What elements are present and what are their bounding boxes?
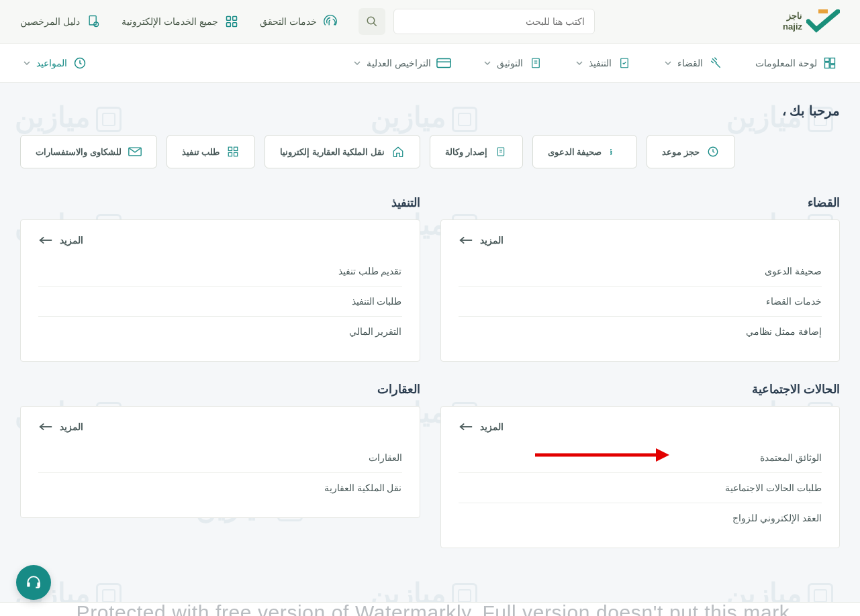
arrow-left-icon	[459, 236, 473, 245]
clock-icon	[706, 145, 720, 158]
chevron-down-icon	[23, 59, 31, 67]
nav-execution[interactable]: التنفيذ	[573, 49, 634, 77]
fingerprint-icon	[322, 13, 338, 30]
list-item[interactable]: الوثائق المعتمدة	[459, 443, 822, 473]
sections-grid: القضاء المزيد صحيفة الدعوى خدمات القضاء …	[20, 195, 840, 548]
more-label: المزيد	[60, 421, 83, 432]
list-item[interactable]: العقد الإلكتروني للزواج	[459, 503, 822, 533]
list-item[interactable]: طلبات التنفيذ	[38, 287, 402, 317]
arrow-left-icon	[38, 422, 53, 431]
chat-fab[interactable]	[16, 565, 51, 600]
logo-text: ناجز najiz	[783, 11, 802, 32]
card-icon	[436, 56, 451, 70]
section-realestate: العقارات المزيد العقارات نقل الملكية الع…	[20, 382, 420, 548]
svg-rect-22	[497, 148, 504, 156]
list-item[interactable]: طلبات الحالات الاجتماعية	[459, 473, 822, 503]
section-card: المزيد صحيفة الدعوى خدمات القضاء إضافة م…	[440, 219, 841, 362]
main-nav: لوحة المعلومات القضاء التنفيذ التوثيق ال…	[0, 44, 860, 83]
search-button[interactable]	[359, 8, 385, 35]
more-link[interactable]: المزيد	[38, 421, 402, 432]
quick-label: حجز موعد	[662, 147, 700, 157]
quick-book-appointment[interactable]: حجز موعد	[647, 135, 735, 168]
top-link-verify[interactable]: خدمات التحقق	[260, 13, 338, 30]
footer: ناجز najiz www.moj.gov.sa 1950 عن ناجز ا…	[0, 602, 860, 616]
section-judiciary: القضاء المزيد صحيفة الدعوى خدمات القضاء …	[440, 195, 841, 362]
list-item[interactable]: إضافة ممثل نظامي	[459, 317, 822, 346]
chevron-down-icon	[483, 59, 491, 67]
top-header: ناجز najiz خدمات التحقق جميع الخدمات الإ…	[0, 0, 860, 44]
brand-logo[interactable]: ناجز najiz	[783, 9, 840, 34]
quick-label: إصدار وكالة	[445, 147, 487, 157]
nav-label: المواعيد	[36, 58, 67, 68]
list-item[interactable]: نقل الملكية العقارية	[38, 473, 402, 503]
grid-icon	[226, 145, 240, 158]
list-item[interactable]: صحيفة الدعوى	[459, 256, 822, 287]
quick-label: نقل الملكية العقارية إلكترونيا	[280, 147, 385, 157]
svg-line-2	[373, 23, 377, 26]
svg-rect-12	[830, 64, 835, 68]
gavel-icon	[708, 56, 723, 70]
svg-rect-38	[37, 582, 40, 587]
top-link-all-services[interactable]: جميع الخدمات الإلكترونية	[122, 13, 240, 30]
quick-label: للشكاوى والاستفسارات	[36, 147, 122, 157]
arrow-left-icon	[459, 422, 473, 431]
more-link[interactable]: المزيد	[459, 421, 822, 432]
section-card: المزيد العقارات نقل الملكية العقارية	[20, 406, 420, 518]
list-item[interactable]: التقرير المالي	[38, 317, 402, 346]
dashboard-icon	[822, 56, 837, 70]
svg-rect-4	[232, 17, 236, 21]
document-icon	[494, 145, 508, 158]
home-icon	[391, 145, 405, 158]
svg-rect-27	[229, 153, 232, 156]
more-label: المزيد	[60, 235, 83, 246]
section-title: القضاء	[440, 195, 841, 210]
svg-rect-17	[437, 58, 450, 67]
list-item[interactable]: خدمات القضاء	[459, 287, 822, 317]
main-content: مرحبا بك ، حجز موعد § صحيفة الدعوى إصدار…	[0, 83, 860, 568]
document-user-icon	[85, 13, 101, 30]
svg-rect-7	[89, 16, 96, 25]
more-label: المزيد	[480, 235, 504, 246]
list-item[interactable]: تقديم طلب تنفيذ	[38, 256, 402, 287]
quick-issue-poa[interactable]: إصدار وكالة	[430, 135, 523, 168]
more-label: المزيد	[480, 421, 504, 432]
quick-property-transfer[interactable]: نقل الملكية العقارية إلكترونيا	[265, 135, 420, 168]
section-icon: §	[608, 145, 622, 158]
top-link-licensed-guide[interactable]: دليل المرخصين	[20, 13, 101, 30]
list-item[interactable]: العقارات	[38, 443, 402, 473]
section-title: الحالات الاجتماعية	[440, 382, 841, 397]
quick-case-sheet[interactable]: § صحيفة الدعوى	[532, 135, 638, 168]
chevron-down-icon	[353, 59, 361, 67]
search-input[interactable]	[393, 9, 595, 34]
section-title: العقارات	[20, 382, 420, 397]
nav-appointments[interactable]: المواعيد	[20, 49, 90, 77]
svg-rect-10	[830, 58, 835, 63]
nav-licenses[interactable]: التراخيص العدلية	[350, 49, 454, 77]
section-execution: التنفيذ المزيد تقديم طلب تنفيذ طلبات الت…	[20, 195, 420, 362]
section-title: التنفيذ	[20, 195, 420, 210]
svg-rect-0	[818, 9, 828, 13]
svg-text:§: §	[610, 147, 612, 156]
more-link[interactable]: المزيد	[459, 235, 822, 246]
nav-dashboard[interactable]: لوحة المعلومات	[753, 49, 840, 77]
top-link-label: جميع الخدمات الإلكترونية	[122, 16, 218, 27]
top-link-label: خدمات التحقق	[260, 16, 317, 27]
chevron-down-icon	[664, 59, 672, 67]
svg-rect-28	[234, 153, 238, 156]
document-check-icon	[617, 56, 632, 70]
logo-check-icon	[806, 9, 840, 34]
svg-rect-9	[825, 58, 830, 61]
quick-label: طلب تنفيذ	[182, 147, 220, 157]
headset-icon	[25, 574, 42, 591]
section-social: الحالات الاجتماعية المزيد الوثائق المعتم…	[440, 382, 841, 548]
quick-exec-request[interactable]: طلب تنفيذ	[166, 135, 256, 168]
nav-label: التنفيذ	[589, 58, 612, 68]
quick-complaints[interactable]: للشكاوى والاستفسارات	[20, 135, 157, 168]
search-icon	[366, 15, 378, 28]
quick-actions-row: حجز موعد § صحيفة الدعوى إصدار وكالة نقل …	[20, 135, 840, 168]
nav-judiciary[interactable]: القضاء	[661, 49, 726, 77]
nav-notary[interactable]: التوثيق	[481, 49, 546, 77]
nav-label: لوحة المعلومات	[755, 58, 817, 68]
more-link[interactable]: المزيد	[38, 235, 402, 246]
clock-icon	[73, 56, 87, 70]
